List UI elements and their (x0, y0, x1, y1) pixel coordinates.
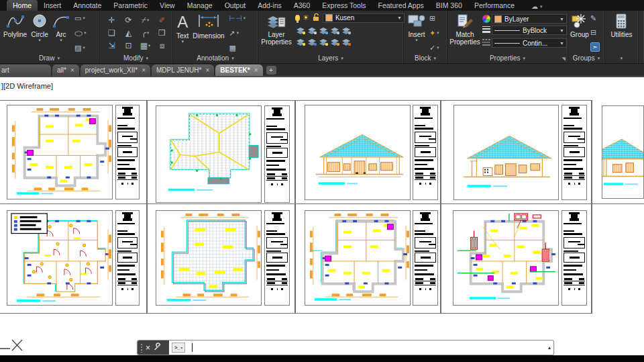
file-tab-art[interactable]: art (0, 64, 51, 76)
lineweight-row[interactable]: ByBlock ▼ (482, 24, 567, 36)
rectangle-tool[interactable]: ▭▾ (74, 14, 87, 22)
cloud-icon[interactable]: ☁▾ (531, 3, 543, 11)
file-tab-mdpl-jenuh[interactable]: MDPL JENUH*× (152, 64, 214, 76)
sheet-side-elevation[interactable] (453, 105, 559, 200)
tab-close-icon[interactable]: × (70, 66, 74, 74)
drawing-canvas[interactable]: ][2D Wireframe] (0, 77, 644, 355)
layer-select-combo[interactable]: Kusen ▼ (323, 13, 405, 23)
sheet-floor-plan-1[interactable] (7, 105, 113, 199)
drag-grip-icon[interactable] (140, 343, 143, 353)
insert-button[interactable]: Insert ▾ (405, 12, 428, 44)
layer-tool-icon-4[interactable] (330, 26, 340, 38)
group-button[interactable]: Group (570, 12, 590, 40)
ribbon-tab-add-ins[interactable]: Add-ins (252, 0, 288, 11)
tab-close-icon[interactable]: × (205, 66, 209, 74)
circle-button[interactable]: Circle ▾ (29, 12, 50, 44)
dialog-launcher-icon[interactable]: ◥ (562, 56, 566, 62)
stretch-icon[interactable]: ⇲ (108, 41, 115, 50)
sheet-roof-plan[interactable] (156, 105, 262, 203)
ribbon-tab-view[interactable]: View (154, 0, 181, 11)
tab-close-icon[interactable]: × (142, 66, 146, 74)
command-bar[interactable]: × >_▾ ▴ (137, 340, 554, 355)
panel-groups-label[interactable]: Groups▾ (568, 53, 604, 63)
file-tab-bestek[interactable]: BESTEK*× (215, 64, 262, 76)
command-bar-handle[interactable]: × (138, 341, 169, 355)
offset-icon[interactable]: ⧈ (160, 41, 165, 50)
command-input[interactable]: >_▾ ▴ (169, 341, 553, 355)
panel-modify-label[interactable]: Modify▾ (99, 53, 172, 63)
layer-properties-button[interactable]: Layer Properties (260, 12, 293, 47)
file-tab-project_work_xii[interactable]: project_work_XII*× (80, 64, 150, 76)
arc-dropdown-icon[interactable]: ▾ (60, 38, 62, 42)
erase-icon[interactable]: ✐ (158, 15, 165, 25)
sheet-sanitary-plan[interactable] (453, 210, 559, 306)
layer-thaw-icon[interactable]: ☀ (303, 13, 309, 22)
layer-tool-icon-5[interactable] (341, 26, 352, 38)
ribbon-tab-annotate[interactable]: Annotate (67, 0, 107, 11)
sheet-front-elevation[interactable] (305, 105, 411, 200)
ribbon-tab-manage[interactable]: Manage (181, 0, 219, 11)
linetype-row[interactable]: Contin... ▼ (482, 37, 567, 49)
array-icon[interactable]: ▦▾ (140, 41, 151, 50)
ribbon-tab-home[interactable]: Home (7, 0, 38, 11)
rotate-icon[interactable]: ⟳ (125, 15, 131, 25)
layer-tool-icon-3[interactable] (319, 26, 329, 38)
layer-tool-icon-1[interactable] (296, 26, 306, 38)
leader-tool[interactable]: ➚▾ (229, 29, 246, 37)
polyline-button[interactable]: Polyline (1, 12, 29, 40)
insert-dropdown-icon[interactable]: ▾ (415, 38, 418, 42)
sheet-ceiling-plan[interactable] (156, 210, 262, 306)
fillet-icon[interactable]: ╭▾ (142, 28, 150, 38)
new-tab-button[interactable]: + (266, 66, 276, 75)
ribbon-tab-express-tools[interactable]: Express Tools (316, 0, 372, 11)
layer-on-icon[interactable] (295, 15, 300, 21)
group-selection-toggle[interactable]: ➣ (590, 42, 600, 52)
layer-unlock-icon[interactable] (312, 12, 320, 24)
ribbon-tab-output[interactable]: Output (219, 0, 252, 11)
close-icon[interactable]: × (146, 344, 150, 352)
sheet-partial-elevation[interactable] (602, 105, 644, 199)
panel-draw-label[interactable]: Draw▾ (0, 53, 99, 63)
layer-tool-icon-10[interactable] (341, 37, 352, 49)
copy-icon[interactable]: ❏ (108, 28, 115, 38)
object-color-row[interactable]: ByLayer ▼ (482, 14, 567, 24)
viewport-controls[interactable]: ][2D Wireframe] (1, 82, 53, 90)
panel-layers-label[interactable]: Layers▾ (258, 53, 403, 63)
ribbon-tab-performance[interactable]: Performance (468, 0, 521, 11)
block-manage-tool[interactable]: ✓▾ (429, 44, 439, 52)
layer-tool-icon-7[interactable] (307, 37, 317, 49)
ribbon-tab-insert[interactable]: Insert (38, 0, 67, 11)
linetype-combo[interactable]: Contin... ▼ (492, 38, 567, 48)
text-button[interactable]: A Text ▾ (174, 12, 191, 45)
match-properties-button[interactable]: Match Properties (449, 12, 481, 47)
wrench-icon[interactable] (153, 342, 162, 354)
sheet-electrical-plan[interactable] (7, 210, 113, 306)
tab-close-icon[interactable]: × (254, 66, 258, 74)
ellipse-tool[interactable]: ◯▾ (74, 29, 87, 37)
history-arrow-icon[interactable]: ▴ (548, 345, 551, 351)
panel-utilities-label[interactable]: ▾ (605, 53, 638, 63)
attributes-tool[interactable]: ✦▾ (429, 29, 439, 37)
hatch-tool[interactable]: ▨▾ (74, 44, 87, 52)
table-tool[interactable]: ▦ (229, 44, 246, 52)
utilities-button[interactable]: Utilities (608, 12, 634, 40)
scale-icon[interactable]: ⊡ (125, 41, 131, 50)
ungroup-tool[interactable]: ✎ (590, 14, 600, 22)
layer-tool-icon-6[interactable] (296, 37, 306, 49)
sheet-floor-plan-2[interactable] (305, 210, 411, 306)
dimension-style-tool[interactable]: ⊢⊣▾ (229, 14, 246, 22)
ribbon-tab-bim-360[interactable]: BIM 360 (430, 0, 468, 11)
layer-tool-icon-9[interactable] (330, 37, 340, 49)
layer-tool-icon-8[interactable] (319, 37, 329, 49)
dimension-button[interactable]: Dimension (191, 12, 226, 41)
panel-properties-label[interactable]: Properties▾◥ (447, 53, 568, 63)
color-combo[interactable]: ByLayer ▼ (492, 14, 567, 24)
command-prompt-icon[interactable]: >_▾ (172, 343, 185, 353)
panel-annotation-label[interactable]: Annotation▾ (173, 53, 258, 63)
file-tab-all[interactable]: all*× (52, 64, 79, 76)
circle-dropdown-icon[interactable]: ▾ (38, 38, 41, 42)
ribbon-tab-a360[interactable]: A360 (288, 0, 317, 11)
ribbon-tab-featured-apps[interactable]: Featured Apps (372, 0, 429, 11)
layer-tool-icon-2[interactable] (307, 26, 317, 38)
trim-icon[interactable]: ⌿▾ (142, 15, 149, 25)
